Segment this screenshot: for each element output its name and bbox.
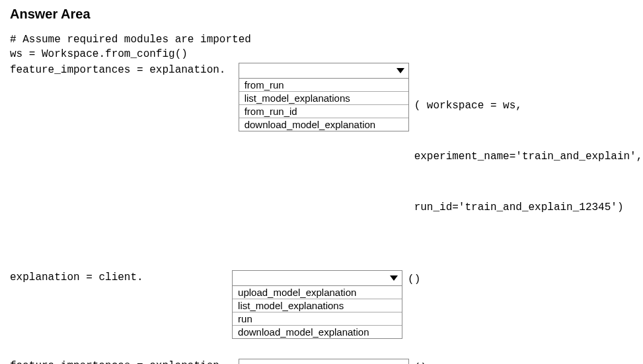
workspace-line: ws = Workspace.from_config() — [10, 48, 633, 60]
row2-option[interactable]: upload_model_explanation — [233, 286, 402, 299]
row-explanation-client: explanation = client. upload_model_expla… — [10, 270, 633, 339]
row2-dropdown-group: upload_model_explanation list_model_expl… — [232, 270, 402, 339]
chevron-down-icon — [390, 275, 398, 281]
row1-option[interactable]: download_model_explanation — [239, 118, 408, 131]
chevron-down-icon — [397, 68, 404, 73]
row1-option[interactable]: list_model_explanations — [239, 92, 408, 105]
comment-line: # Assume required modules are imported — [10, 34, 633, 46]
row2-option[interactable]: download_model_explanation — [233, 326, 402, 338]
row2-option[interactable]: run — [233, 312, 402, 326]
row3-after: () — [409, 359, 427, 364]
row1-option[interactable]: from_run — [239, 79, 408, 92]
row2-select[interactable] — [232, 270, 402, 286]
row1-options: from_run list_model_explanations from_ru… — [239, 79, 409, 131]
row1-after: ( workspace = ws, experiment_name='train… — [409, 63, 643, 250]
row2-option[interactable]: list_model_explanations — [233, 299, 402, 312]
row1-after-line2: experiment_name='train_and_explain', — [414, 149, 643, 166]
answer-area-title: Answer Area — [10, 7, 633, 22]
row1-label: feature_importances = explanation. — [10, 63, 239, 76]
row3-dropdown-group: explanation explanation_client get_featu… — [239, 359, 409, 364]
row-feature-importances-1: feature_importances = explanation. from_… — [10, 63, 633, 250]
row2-label: explanation = client. — [10, 270, 232, 283]
row3-label: feature_importances = explanation. — [10, 359, 239, 364]
row1-after-line3: run_id='train_and_explain_12345') — [414, 200, 643, 217]
row2-options: upload_model_explanation list_model_expl… — [232, 286, 402, 339]
row1-after-line1: ( workspace = ws, — [414, 98, 643, 115]
row1-dropdown-group: from_run list_model_explanations from_ru… — [239, 63, 409, 131]
row1-option[interactable]: from_run_id — [239, 105, 408, 118]
row-feature-importances-2: feature_importances = explanation. expla… — [10, 359, 633, 364]
row1-select[interactable] — [239, 63, 409, 79]
row2-after: () — [402, 270, 420, 289]
row3-select[interactable] — [239, 359, 409, 364]
